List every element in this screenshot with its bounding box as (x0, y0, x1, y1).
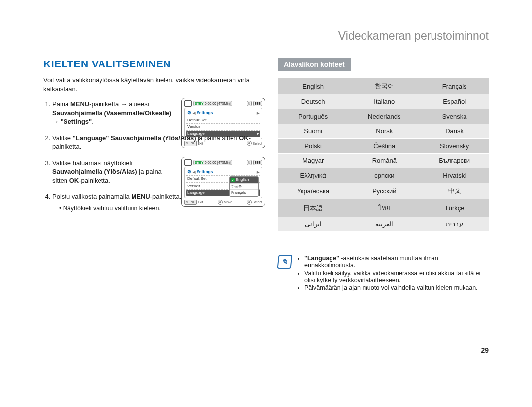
step-2: Valitse "Language" Sauvaohjaimella (Ylös… (52, 134, 260, 151)
language-cell: Українська (278, 183, 348, 199)
language-cell: Polski (278, 139, 348, 154)
language-cell: ایرانی (278, 217, 348, 232)
language-cell: Hrvatski (420, 168, 489, 183)
language-cell: Norsk (348, 124, 420, 139)
language-cell: English (278, 78, 348, 94)
section-title: KIELTEN VALITSEMINEN (43, 58, 260, 70)
language-cell: Nederlands (348, 109, 420, 124)
step-4: Poistu valikosta painamalla MENU-painike… (52, 192, 260, 212)
breadcrumb: Videokameran perustoiminnot (43, 30, 489, 46)
language-cell: ไทย (348, 199, 420, 217)
language-cell: Ελληνικά (278, 168, 348, 183)
language-cell: 中文 (420, 183, 489, 199)
language-cell: Deutsch (278, 94, 348, 109)
language-cell: Türkçe (420, 199, 489, 217)
language-cell: Български (420, 154, 489, 168)
camera-icon (184, 100, 192, 107)
battery-icon: ▮▮▮ (253, 101, 262, 106)
language-cell: Svenska (420, 109, 489, 124)
section-intro: Voit valita valikkonäytöissä käytettävän… (43, 76, 260, 93)
note-item: "Language" -asetuksia saatetaan muuttaa … (304, 255, 489, 269)
card-icon: ▯ (247, 101, 252, 106)
language-cell: српски (348, 168, 420, 183)
language-cell: Română (348, 154, 420, 168)
step-text: Valitse haluamasi näyttökieli Sauvaohjai… (52, 159, 162, 184)
submenu-header: Alavalikon kohteet (278, 58, 351, 71)
note-item: Päivämäärän ja ajan muoto voi vaihdella … (304, 284, 489, 291)
page-number: 29 (43, 346, 489, 354)
language-cell: Magyar (278, 154, 348, 168)
step-3: Valitse haluamasi näyttökieli Sauvaohjai… (52, 159, 260, 185)
step-4-bullet: Näyttökieli vaihtuu valittuun kieleen. (52, 204, 260, 213)
language-cell: Español (420, 94, 489, 109)
step-1: Paina MENU-painiketta → alueesi Sauvaohj… (52, 100, 260, 126)
language-cell: Русский (348, 183, 420, 199)
language-table: English한국어FrançaisDeutschItalianoEspañol… (278, 78, 489, 231)
language-cell: 한국어 (348, 78, 420, 94)
note-icon: ✎ (277, 255, 293, 269)
language-cell: Slovensky (420, 139, 489, 154)
camera-icon (184, 159, 192, 166)
language-cell: Suomi (278, 124, 348, 139)
note-item: Valittu kieli säilyy, vaikka videokamera… (304, 270, 489, 283)
language-cell: Português (278, 109, 348, 124)
steps-list: Paina MENU-painiketta → alueesi Sauvaohj… (43, 100, 260, 213)
language-cell: עברית (420, 217, 489, 232)
language-cell: Italiano (348, 94, 420, 109)
step-text: Paina MENU-painiketta → alueesi Sauvaohj… (52, 100, 171, 125)
language-cell: Čeština (348, 139, 420, 154)
step-text: Valitse "Language" Sauvaohjaimella (Ylös… (52, 134, 251, 151)
language-cell: Dansk (420, 124, 489, 139)
language-cell: 日本語 (278, 199, 348, 217)
step-text: Poistu valikosta painamalla MENU-painike… (52, 193, 181, 200)
note-box: ✎ "Language" -asetuksia saatetaan muutta… (278, 255, 489, 292)
language-cell: Français (420, 78, 489, 94)
gear-icon: ⚙ (187, 110, 191, 116)
language-cell: العربية (348, 217, 420, 232)
